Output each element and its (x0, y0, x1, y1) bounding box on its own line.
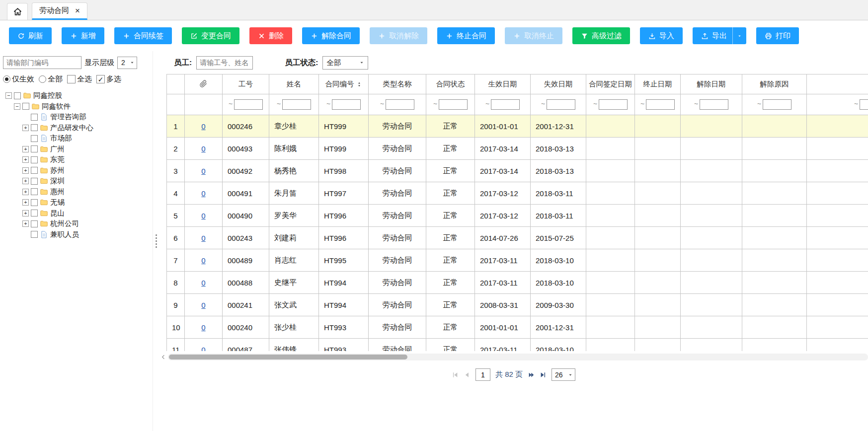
tree-node-label[interactable]: 东莞 (50, 155, 65, 164)
tree-node-label[interactable]: 管理咨询部 (50, 112, 86, 122)
tree-checkbox[interactable] (31, 188, 38, 195)
tree-node[interactable]: +昆山 (3, 208, 153, 219)
tree-node[interactable]: +惠州 (3, 187, 153, 198)
table-row[interactable]: 50000490罗美华HT996劳动合同正常2017-03-122018-03-… (167, 205, 868, 227)
radio-all[interactable]: 全部 (39, 74, 63, 84)
tree-checkbox[interactable] (31, 156, 38, 163)
expand-icon[interactable]: + (22, 125, 29, 131)
tree-node-label[interactable]: 兼职人员 (50, 230, 79, 239)
column-header-terminate_date[interactable]: 终止日期 (635, 74, 681, 94)
sort-icon[interactable] (356, 81, 362, 87)
column-filter-input-rescind_date[interactable] (700, 99, 728, 110)
tree-node[interactable]: −同鑫软件 (3, 101, 153, 112)
column-filter-input-contract_no[interactable] (332, 99, 361, 110)
table-row[interactable]: 70000489肖志红HT995劳动合同正常2017-03-112018-03-… (167, 249, 868, 272)
tree-node[interactable]: +产品研发中心 (3, 123, 153, 134)
tree-checkbox[interactable] (31, 220, 38, 227)
tree-checkbox[interactable] (31, 210, 38, 216)
column-filter-input-start_date[interactable] (491, 99, 520, 110)
column-header-extra[interactable] (807, 74, 868, 94)
contract-rescind-button[interactable]: 解除合同 (302, 27, 360, 44)
attachment-count-link[interactable]: 0 (201, 234, 205, 242)
attachment-count-link[interactable]: 0 (201, 346, 205, 352)
column-filter-input-rescind_reason[interactable] (763, 99, 791, 110)
attachment-count-link[interactable]: 0 (201, 144, 205, 153)
contract-terminate-button[interactable]: 终止合同 (437, 27, 495, 44)
tree-checkbox[interactable] (31, 145, 38, 152)
tree-node-label[interactable]: 杭州公司 (50, 219, 79, 228)
tree-checkbox[interactable] (31, 114, 38, 121)
table-row[interactable]: 60000243刘建莉HT996劳动合同正常2014-07-262015-07-… (167, 227, 868, 249)
table-row[interactable]: 100000240张少桂HT993劳动合同正常2001-01-012001-12… (167, 316, 868, 339)
column-header-emp_id[interactable]: 工号 (223, 74, 269, 94)
attachment-count-link[interactable]: 0 (201, 189, 205, 198)
page-size-select[interactable]: 26 (552, 368, 575, 381)
expand-icon[interactable]: + (22, 210, 29, 216)
tree-node-label[interactable]: 同鑫软件 (42, 102, 71, 111)
column-header-rescind_date[interactable]: 解除日期 (681, 74, 742, 94)
column-filter-input-extra[interactable] (860, 99, 868, 110)
tree-node[interactable]: +东莞 (3, 154, 153, 165)
home-tab[interactable] (7, 3, 28, 20)
import-button[interactable]: 导入 (640, 27, 683, 44)
expand-icon[interactable]: + (22, 199, 29, 206)
column-header-end_date[interactable]: 失效日期 (531, 74, 586, 94)
attachment-count-link[interactable]: 0 (201, 323, 205, 332)
next-page-button[interactable] (528, 371, 535, 378)
tree-node[interactable]: +深圳 (3, 176, 153, 187)
tree-node-label[interactable]: 昆山 (50, 209, 65, 218)
column-filter-input-terminate_date[interactable] (646, 99, 675, 110)
column-header-status[interactable]: 合同状态 (426, 74, 475, 94)
expand-icon[interactable]: + (22, 220, 29, 227)
tree-checkbox[interactable] (31, 124, 38, 131)
attachment-count-link[interactable]: 0 (201, 256, 205, 265)
tree-node[interactable]: +杭州公司 (3, 218, 153, 229)
scrollbar-thumb[interactable] (169, 355, 407, 359)
column-filter-input-emp_id[interactable] (234, 99, 263, 110)
tree-node[interactable]: 管理咨询部 (3, 112, 153, 123)
tree-node-label[interactable]: 苏州 (50, 166, 65, 175)
table-row[interactable]: 40000491朱月笛HT997劳动合同正常2017-03-122018-03-… (167, 182, 868, 205)
tree-checkbox[interactable] (31, 135, 38, 142)
table-row[interactable]: 110000487张伟锋HT993劳动合同正常2017-03-112018-03… (167, 339, 868, 352)
tree-checkbox[interactable] (31, 231, 38, 238)
tree-checkbox[interactable] (31, 178, 38, 185)
splitter-handle[interactable] (153, 51, 159, 431)
expand-icon[interactable]: + (22, 189, 29, 195)
tree-node-label[interactable]: 产品研发中心 (50, 123, 93, 133)
tree-node-label[interactable]: 广州 (50, 144, 65, 154)
tree-checkbox[interactable] (22, 103, 29, 110)
column-filter-input-end_date[interactable] (547, 99, 575, 110)
attachment-count-link[interactable]: 0 (201, 279, 205, 287)
expand-icon[interactable]: + (22, 167, 29, 174)
employee-search-input[interactable] (196, 56, 253, 70)
tree-node[interactable]: +广州 (3, 144, 153, 155)
contract-renew-button[interactable]: 合同续签 (114, 27, 172, 44)
column-header-start_date[interactable]: 生效日期 (475, 74, 531, 94)
print-button[interactable]: 打印 (756, 27, 799, 44)
column-header-name[interactable]: 姓名 (269, 74, 319, 94)
radio-effective-only[interactable]: 仅生效 (3, 74, 34, 84)
table-row[interactable]: 90000241张文武HT994劳动合同正常2008-03-312009-03-… (167, 294, 868, 316)
page-number-input[interactable] (475, 368, 490, 381)
column-filter-input-status[interactable] (439, 99, 468, 110)
tree-node-label[interactable]: 无锡 (50, 198, 65, 207)
expand-icon[interactable]: + (22, 156, 29, 163)
tab-labor-contract[interactable]: 劳动合同 × (32, 2, 87, 20)
column-header-type_name[interactable]: 类型名称 (369, 74, 426, 94)
tree-checkbox[interactable] (31, 167, 38, 174)
tree-checkbox[interactable] (14, 92, 21, 99)
tree-checkbox[interactable] (31, 199, 38, 206)
export-dropdown[interactable] (732, 27, 742, 44)
last-page-button[interactable] (540, 371, 547, 378)
expand-icon[interactable]: + (22, 178, 29, 184)
scroll-left-icon[interactable] (160, 354, 167, 360)
column-header-attach[interactable] (185, 74, 223, 94)
tree-node[interactable]: +无锡 (3, 197, 153, 208)
scrollbar-track[interactable] (168, 354, 868, 360)
contract-change-button[interactable]: 变更合同 (182, 27, 239, 44)
column-header-contract_no[interactable]: 合同编号 (319, 74, 369, 94)
table-row[interactable]: 80000488史继平HT994劳动合同正常2017-03-112018-03-… (167, 272, 868, 294)
employee-status-select[interactable]: 全部 (322, 56, 368, 70)
level-select[interactable]: 2 (117, 57, 137, 69)
